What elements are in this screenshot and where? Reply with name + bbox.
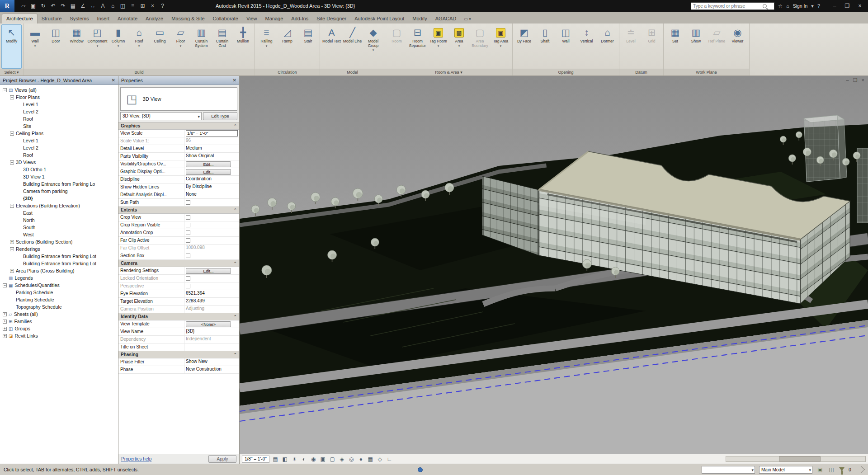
tab-insert[interactable]: Insert [93, 14, 114, 24]
ramp-button[interactable]: ◿Ramp [277, 24, 297, 69]
tab-systems[interactable]: Systems [66, 14, 93, 24]
tree-item[interactable]: +◪Revit Links [0, 332, 118, 339]
open-icon[interactable]: ▱ [20, 0, 27, 12]
tree-item[interactable]: +Sections (Building Section) [0, 238, 118, 245]
panel-caption[interactable]: Select ▾ [0, 69, 23, 75]
resize-grip[interactable] [858, 466, 865, 473]
collapse-icon[interactable]: ⌃ [233, 351, 237, 358]
search-input[interactable] [691, 4, 763, 9]
tab-modify[interactable]: Modify [408, 14, 431, 24]
tree-item[interactable]: {3D} [0, 195, 118, 202]
lock-3d-icon[interactable]: ◈ [339, 456, 345, 462]
constraints-icon[interactable]: ∟ [386, 456, 393, 462]
help-icon[interactable]: ? [817, 3, 820, 9]
vertical-button[interactable]: ↕Vertical [576, 24, 597, 69]
area-button[interactable]: ▩Area▾ [449, 24, 469, 69]
3d-view-icon[interactable]: ⌂ [109, 0, 116, 12]
show-button[interactable]: ▥Show [686, 24, 706, 69]
dormer-button[interactable]: ⌂Dormer [597, 24, 618, 69]
mullion-button[interactable]: ╋Mullion [233, 24, 253, 69]
property-value[interactable]: 1000.098 [184, 245, 239, 252]
tree-item[interactable]: West [0, 231, 118, 238]
tree-item[interactable]: Site [0, 122, 118, 130]
section-header-camera[interactable]: Camera⌃ [118, 260, 239, 267]
instance-selector-dropdown[interactable]: 3D View: {3D} [120, 112, 202, 120]
star-icon[interactable]: ☆ [778, 3, 783, 9]
expand-icon[interactable]: + [3, 312, 7, 316]
tab-manage[interactable]: Manage [261, 14, 288, 24]
property-value[interactable]: Adjusting [184, 306, 239, 313]
infocenter-search[interactable] [691, 2, 774, 10]
expand-icon[interactable]: + [3, 327, 7, 331]
property-value[interactable]: By Discipline [184, 183, 239, 191]
ribbon-display-toggle[interactable]: ▭ ▾ [460, 14, 475, 24]
property-checkbox[interactable] [186, 223, 190, 227]
tab-structure[interactable]: Structure [38, 14, 66, 24]
visual-style-icon[interactable]: ◧ [282, 456, 288, 462]
tab-annotate[interactable]: Annotate [113, 14, 142, 24]
expand-icon[interactable]: + [10, 240, 14, 244]
property-value[interactable]: New Construction [184, 366, 239, 373]
section-icon[interactable]: ◫ [119, 0, 126, 12]
edit-type-button[interactable]: Edit Type [203, 112, 237, 120]
tab-view[interactable]: View [242, 14, 261, 24]
wall-button[interactable]: ▬Wall▾ [25, 24, 45, 69]
tree-item[interactable]: Level 2 [0, 108, 118, 115]
tree-item[interactable]: North [0, 216, 118, 224]
minimize-button[interactable]: – [828, 0, 841, 12]
by-face-button[interactable]: ◩By Face [514, 24, 534, 69]
tree-item[interactable]: Level 2 [0, 144, 118, 151]
door-button[interactable]: ◫Door [46, 24, 66, 69]
filter-icon[interactable] [839, 467, 844, 471]
expand-icon[interactable]: + [3, 320, 7, 324]
tree-item[interactable]: ▥Legends [0, 274, 118, 282]
panel-caption[interactable]: Datum [619, 69, 663, 75]
switch-icon[interactable]: ⊞ [139, 0, 146, 12]
property-value[interactable] [184, 343, 239, 351]
tag-room-button[interactable]: ▣Tag Room▾ [428, 24, 448, 69]
print-icon[interactable]: ▤ [70, 0, 76, 12]
view-scale-control[interactable]: 1/8" = 1'-0" [242, 456, 269, 463]
section-header-identity-data[interactable]: Identity Data⌃ [118, 313, 239, 320]
type-selector[interactable]: ◳ 3D View [120, 87, 237, 111]
view-minimize-button[interactable]: – [846, 77, 849, 83]
drawing-area[interactable]: – ❐ × [240, 76, 868, 464]
properties-header[interactable]: Properties ✕ [118, 76, 239, 85]
tree-item[interactable]: Parking Schedule [0, 289, 118, 296]
restore-button[interactable]: ❐ [841, 0, 854, 12]
render-dialog-icon[interactable]: ◉ [310, 456, 317, 462]
section-header-phasing[interactable]: Phasing⌃ [118, 351, 239, 358]
tree-item[interactable]: −Ceiling Plans [0, 130, 118, 137]
text-icon[interactable]: A [99, 0, 106, 12]
set-button[interactable]: ▦Set [665, 24, 685, 69]
displaced-icon[interactable]: ◇ [377, 456, 383, 462]
property-edit-button[interactable]: <None> [186, 321, 231, 327]
tree-item[interactable]: Roof [0, 115, 118, 122]
collapse-icon[interactable]: ⌃ [233, 207, 237, 213]
property-value[interactable]: Coordination [184, 176, 239, 183]
tree-item[interactable]: −Elevations (Building Elevation) [0, 202, 118, 209]
tree-item[interactable]: +Area Plans (Gross Building) [0, 267, 118, 274]
tree-item[interactable]: Planting Schedule [0, 296, 118, 303]
tree-item[interactable]: Building Entrance from Parking Lot [0, 253, 118, 260]
tree-item[interactable]: South [0, 224, 118, 231]
property-value[interactable]: Independent [184, 336, 239, 343]
tree-item[interactable]: +⊞Families [0, 318, 118, 325]
viewer-button[interactable]: ◉Viewer [727, 24, 748, 69]
property-checkbox[interactable] [186, 254, 190, 258]
property-checkbox[interactable] [186, 215, 190, 220]
tree-item[interactable]: East [0, 209, 118, 216]
tree-item[interactable]: Camera from parking [0, 188, 118, 195]
property-value[interactable]: None [184, 191, 239, 198]
crop-region-icon[interactable]: ▢ [329, 456, 336, 462]
detail-level-icon[interactable]: ▤ [272, 456, 279, 462]
chevron-down-icon[interactable]: ▾ [811, 3, 814, 9]
tree-item[interactable]: −▤Views (all) [0, 86, 118, 94]
help-icon[interactable]: ? [159, 0, 166, 12]
property-input[interactable]: 1/8" = 1'-0" [186, 130, 238, 136]
expand-icon[interactable]: + [10, 269, 14, 273]
close-icon[interactable]: × [149, 0, 156, 12]
horizontal-scrollbar[interactable] [726, 456, 866, 462]
properties-help-link[interactable]: Properties help [121, 456, 151, 461]
tab-architecture[interactable]: Architecture [2, 14, 38, 24]
